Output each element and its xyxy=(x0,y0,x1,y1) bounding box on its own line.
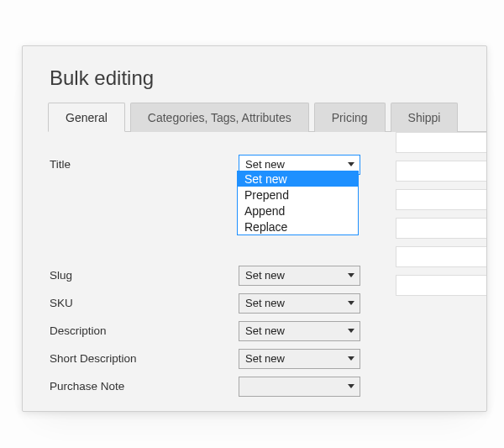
tab-shipping[interactable]: Shippi xyxy=(391,103,459,132)
option-replace[interactable]: Replace xyxy=(238,219,358,235)
select-description[interactable]: Set new xyxy=(239,321,360,341)
select-sku[interactable]: Set new xyxy=(239,293,360,314)
label-description: Description xyxy=(48,324,239,337)
select-short-description[interactable]: Set new xyxy=(239,349,360,369)
value-input[interactable] xyxy=(396,161,487,182)
chevron-down-icon xyxy=(348,273,354,277)
page-title: Bulk editing xyxy=(50,66,486,90)
select-slug[interactable]: Set new xyxy=(239,266,360,286)
value-input[interactable] xyxy=(396,246,487,267)
value-input[interactable] xyxy=(396,275,487,296)
value-input[interactable] xyxy=(396,132,487,153)
select-slug-value: Set new xyxy=(245,269,285,282)
chevron-down-icon xyxy=(348,329,354,333)
label-title: Title xyxy=(48,158,239,171)
tab-general[interactable]: General xyxy=(48,103,125,132)
value-input[interactable] xyxy=(396,218,487,239)
tab-pricing[interactable]: Pricing xyxy=(314,103,386,132)
chevron-down-icon xyxy=(348,356,354,361)
label-slug: Slug xyxy=(48,269,239,282)
row-description: Description Set new xyxy=(48,317,486,345)
select-title-value: Set new xyxy=(245,158,285,171)
form-general: Title Set new Set new Prepend Append Rep… xyxy=(48,132,486,400)
value-input[interactable] xyxy=(396,189,487,210)
tab-categories[interactable]: Categories, Tags, Attributes xyxy=(130,103,309,132)
select-description-value: Set new xyxy=(245,324,285,337)
tab-bar: General Categories, Tags, Attributes Pri… xyxy=(48,102,487,132)
label-sku: SKU xyxy=(48,297,239,309)
chevron-down-icon xyxy=(348,384,354,388)
option-prepend[interactable]: Prepend xyxy=(238,187,358,203)
option-append[interactable]: Append xyxy=(238,203,358,219)
chevron-down-icon xyxy=(348,162,354,166)
select-purchase-note[interactable] xyxy=(239,377,360,397)
value-inputs-column xyxy=(396,132,487,296)
chevron-down-icon xyxy=(348,301,354,305)
label-short-description: Short Description xyxy=(48,352,239,365)
select-title-dropdown: Set new Prepend Append Replace xyxy=(237,171,359,235)
label-purchase-note: Purchase Note xyxy=(48,380,239,393)
row-short-description: Short Description Set new xyxy=(48,345,486,372)
bulk-edit-panel: Bulk editing General Categories, Tags, A… xyxy=(22,45,487,412)
select-sku-value: Set new xyxy=(245,297,285,309)
row-purchase-note: Purchase Note xyxy=(48,372,486,400)
option-set-new[interactable]: Set new xyxy=(238,171,358,187)
select-short-description-value: Set new xyxy=(245,352,285,365)
